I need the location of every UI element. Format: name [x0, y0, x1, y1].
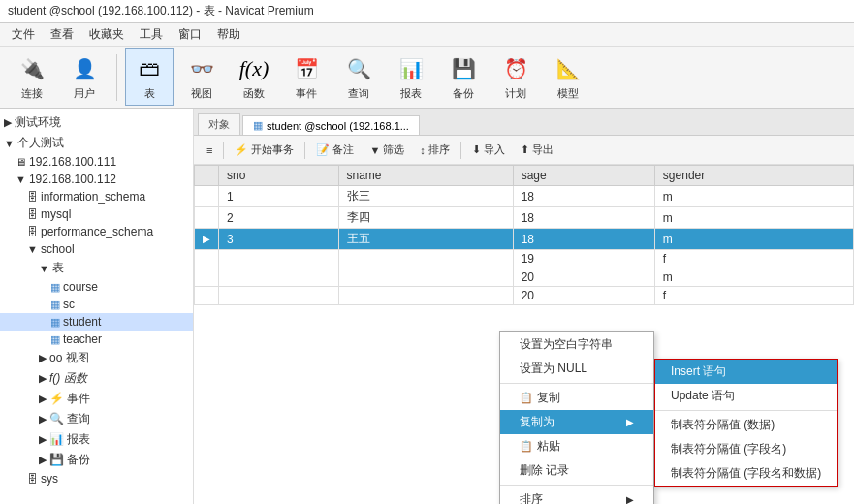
sm-delim-col[interactable]: 制表符分隔值 (字段名)	[655, 437, 837, 461]
sm-delim-both[interactable]: 制表符分隔值 (字段名和数据)	[655, 461, 837, 486]
sidebar-item-queries-folder[interactable]: ▶ 🔍 查询	[0, 409, 193, 429]
col-sage[interactable]: sage	[513, 166, 654, 186]
sidebar-item-teacher[interactable]: ▦ teacher	[0, 331, 193, 348]
cm-sep-2	[500, 485, 653, 486]
cm-set-null[interactable]: 设置为 NULL	[500, 357, 653, 381]
sidebar-item-views-folder[interactable]: ▶ oo 视图	[0, 348, 193, 368]
cm-label: 设置为 NULL	[520, 361, 587, 377]
menu-view[interactable]: 查看	[43, 24, 81, 45]
cm-sort[interactable]: 排序 ▶	[500, 488, 653, 504]
cell-sname[interactable]	[338, 268, 513, 287]
cell-sage[interactable]: 18	[513, 186, 654, 207]
menu-file[interactable]: 文件	[4, 24, 43, 45]
cell-sno[interactable]: 1	[219, 186, 339, 207]
table-row[interactable]: 1 张三 18 m	[195, 186, 854, 207]
sidebar-item-course[interactable]: ▦ course	[0, 278, 193, 296]
sidebar-label: performance_schema	[41, 225, 153, 238]
ct-sort-btn[interactable]: ↕ 排序	[413, 140, 457, 160]
cell-sno[interactable]	[219, 268, 339, 287]
sidebar-item-tables-folder[interactable]: ▼ 表	[0, 258, 193, 278]
cm-copy-as[interactable]: 复制为 ▶	[500, 410, 653, 434]
sidebar-item-test-env[interactable]: ▶ 测试环境	[0, 112, 193, 133]
cell-sage[interactable]: 18	[513, 229, 654, 250]
sidebar-item-mysql[interactable]: 🗄 mysql	[0, 205, 193, 223]
sidebar-item-student[interactable]: ▦ student	[0, 313, 193, 331]
cell-sgender[interactable]: m	[654, 229, 853, 250]
toolbar-query[interactable]: 🔍 查询	[334, 48, 383, 106]
sidebar-item-perf-schema[interactable]: 🗄 performance_schema	[0, 223, 193, 240]
menu-tools[interactable]: 工具	[132, 24, 171, 45]
toolbar-connect[interactable]: 🔌 连接	[8, 48, 56, 106]
tab-student[interactable]: ▦ student @school (192.168.1...	[242, 115, 420, 135]
cm-paste[interactable]: 📋 粘贴	[500, 434, 653, 458]
cm-delete[interactable]: 删除 记录	[500, 458, 653, 483]
sidebar-item-events-folder[interactable]: ▶ ⚡ 事件	[0, 389, 193, 409]
cell-sage[interactable]: 20	[513, 287, 654, 305]
sm-update-stmt[interactable]: Update 语句	[655, 384, 837, 408]
cell-sno[interactable]: 2	[219, 207, 339, 229]
ct-export-btn[interactable]: ⬆ 导出	[514, 140, 560, 160]
ct-transaction-btn[interactable]: ⚡ 开始事务	[228, 140, 300, 160]
toolbar-view[interactable]: 👓 视图	[177, 48, 226, 106]
cell-sno[interactable]	[219, 250, 339, 268]
toolbar-report[interactable]: 📊 报表	[387, 48, 435, 106]
col-sname[interactable]: sname	[338, 166, 513, 186]
menu-help[interactable]: 帮助	[209, 24, 248, 45]
sidebar-item-backups-folder[interactable]: ▶ 💾 备份	[0, 450, 193, 470]
toolbar-event[interactable]: 📅 事件	[282, 48, 331, 106]
ct-import-btn[interactable]: ⬇ 导入	[465, 140, 512, 160]
table-row[interactable]: ▶ 3 王五 18 m	[195, 229, 854, 250]
toolbar-backup[interactable]: 💾 备份	[439, 48, 488, 106]
table-row[interactable]: 19 f	[195, 250, 854, 268]
sidebar-item-sc[interactable]: ▦ sc	[0, 296, 193, 313]
model-icon: 📐	[553, 53, 584, 84]
cell-sname[interactable]: 王五	[338, 229, 513, 250]
cell-sage[interactable]: 19	[513, 250, 654, 268]
cell-sage[interactable]: 18	[513, 207, 654, 229]
sidebar-item-ip111[interactable]: 🖥 192.168.100.111	[0, 153, 193, 171]
func-label: 函数	[243, 86, 265, 101]
cell-sname[interactable]	[338, 250, 513, 268]
col-sgender[interactable]: sgender	[654, 166, 853, 186]
sidebar-item-reports-folder[interactable]: ▶ 📊 报表	[0, 429, 193, 450]
sidebar-label: student	[63, 315, 101, 329]
ct-memo-btn[interactable]: 📝 备注	[309, 140, 361, 160]
cell-sgender[interactable]: f	[654, 250, 853, 268]
tab-objects[interactable]: 对象	[198, 113, 240, 135]
row-indicator	[195, 207, 219, 229]
cell-sgender[interactable]: m	[654, 268, 853, 287]
cell-sgender[interactable]: f	[654, 287, 853, 305]
cell-sno[interactable]: 3	[219, 229, 339, 250]
sidebar-item-funcs-folder[interactable]: ▶ f() 函数	[0, 368, 193, 389]
cell-sno[interactable]	[219, 287, 339, 305]
sm-insert-stmt[interactable]: Insert 语句	[655, 360, 837, 384]
col-sno[interactable]: sno	[219, 166, 339, 186]
sm-delim-data[interactable]: 制表符分隔值 (数据)	[655, 413, 837, 437]
cell-sname[interactable]: 李四	[338, 207, 513, 229]
cell-sname[interactable]: 张三	[338, 186, 513, 207]
toolbar-schedule[interactable]: ⏰ 计划	[491, 48, 540, 106]
toolbar-func[interactable]: f(x) 函数	[230, 48, 278, 106]
sidebar-item-personal-test[interactable]: ▼ 个人测试	[0, 133, 193, 153]
table-row[interactable]: 20 m	[195, 268, 854, 287]
menu-window[interactable]: 窗口	[171, 24, 209, 45]
sm-label: Insert 语句	[671, 364, 726, 378]
cm-copy[interactable]: 📋 复制	[500, 386, 653, 410]
ct-menu-btn[interactable]: ≡	[200, 142, 219, 159]
cell-sgender[interactable]: m	[654, 207, 853, 229]
sidebar-item-ip112[interactable]: ▼ 192.168.100.112	[0, 171, 193, 188]
cell-sname[interactable]	[338, 287, 513, 305]
toolbar-model[interactable]: 📐 模型	[544, 48, 592, 106]
sidebar-item-sys[interactable]: 🗄 sys	[0, 470, 193, 488]
cell-sgender[interactable]: m	[654, 186, 853, 207]
menu-favorites[interactable]: 收藏夹	[81, 24, 132, 45]
table-row[interactable]: 2 李四 18 m	[195, 207, 854, 229]
table-row[interactable]: 20 f	[195, 287, 854, 305]
toolbar-user[interactable]: 👤 用户	[60, 48, 109, 106]
toolbar-table[interactable]: 🗃 表	[125, 48, 174, 106]
cm-set-null-str[interactable]: 设置为空白字符串	[500, 332, 653, 357]
ct-filter-btn[interactable]: ▼ 筛选	[363, 140, 411, 160]
sidebar-item-info-schema[interactable]: 🗄 information_schema	[0, 188, 193, 205]
cell-sage[interactable]: 20	[513, 268, 654, 287]
sidebar-item-school[interactable]: ▼ school	[0, 240, 193, 258]
